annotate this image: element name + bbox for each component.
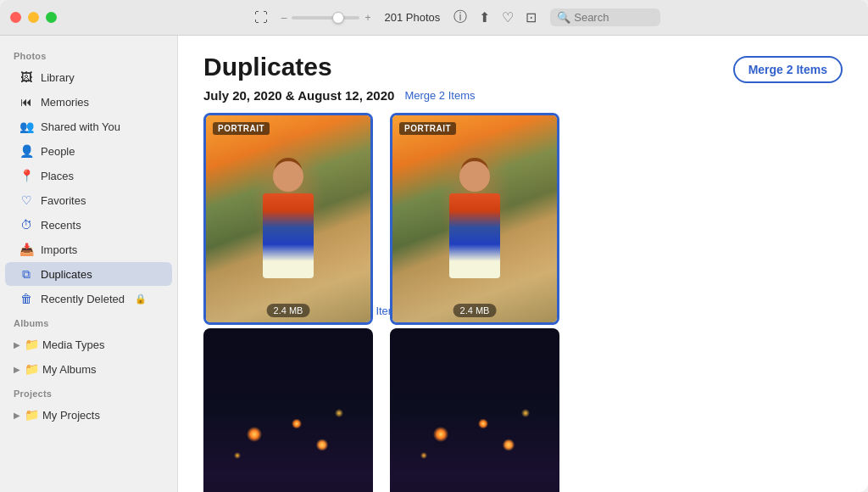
folder-icon: 📁 (24, 407, 39, 422)
chevron-right-icon: ▶ (14, 365, 20, 374)
sidebar-section-photos: Photos (0, 44, 177, 64)
duplicates-icon: ⧉ (19, 266, 34, 282)
group-date-1: July 20, 2020 & August 12, 2020 (203, 88, 394, 103)
sidebar-item-label: Library (41, 71, 75, 84)
info-icon[interactable]: ⓘ (453, 8, 467, 26)
zoom-slider[interactable]: – + (281, 12, 371, 24)
people-icon: 👤 (19, 143, 34, 159)
sidebar-item-label: Imports (41, 243, 77, 256)
photos-row-2 (203, 328, 843, 492)
search-icon: 🔍 (557, 11, 570, 24)
sidebar-item-label: People (41, 145, 75, 158)
main-layout: Photos 🖼 Library ⏮ Memories 👥 Shared wit… (0, 36, 868, 492)
folder-icon: 📁 (24, 337, 39, 352)
photo-size-1: 2.4 MB (267, 304, 310, 317)
photos-row-1: PORTRAIT 2.4 MB PORTRAIT 2.4 MB (203, 113, 843, 325)
sidebar-section-albums: Albums (0, 311, 177, 332)
search-input[interactable] (574, 11, 654, 24)
sidebar: Photos 🖼 Library ⏮ Memories 👥 Shared wit… (0, 36, 178, 492)
sidebar-item-media-types[interactable]: ▶ 📁 Media Types (5, 333, 172, 356)
sidebar-item-library[interactable]: 🖼 Library (5, 65, 172, 89)
lock-icon: 🔒 (135, 294, 147, 305)
imports-icon: 📥 (19, 242, 34, 257)
sidebar-item-recents[interactable]: ⏱ Recents (5, 213, 172, 237)
sidebar-item-label: Memories (41, 96, 89, 109)
merge-button-top[interactable]: Merge 2 Items (733, 56, 843, 83)
memories-icon: ⏮ (19, 94, 34, 109)
page-title: Duplicates (203, 53, 332, 81)
sidebar-item-duplicates[interactable]: ⧉ Duplicates (5, 262, 172, 286)
heart-icon[interactable]: ♡ (502, 9, 514, 25)
sidebar-item-label: Recents (41, 219, 81, 232)
title-bar-center: ⛶ – + 201 Photos ⓘ ⬆ ♡ ⊡ 🔍 (57, 8, 858, 26)
chevron-right-icon: ▶ (14, 340, 20, 349)
maximize-button[interactable] (46, 12, 57, 23)
sidebar-item-label: Recently Deleted (41, 293, 125, 305)
group-header-1: July 20, 2020 & August 12, 2020 Merge 2 … (203, 88, 843, 103)
sidebar-item-my-albums[interactable]: ▶ 📁 My Albums (5, 357, 172, 381)
photo-card-2[interactable]: PORTRAIT 2.4 MB (390, 113, 559, 325)
share-icon[interactable]: ⬆ (479, 9, 490, 25)
sidebar-item-label: My Projects (42, 409, 100, 422)
sidebar-item-label: Shared with You (41, 120, 120, 133)
sidebar-item-people[interactable]: 👤 People (5, 139, 172, 163)
sidebar-item-label: Places (41, 170, 74, 182)
merge-inline-1[interactable]: Merge 2 Items (404, 89, 475, 102)
sidebar-item-label: My Albums (42, 363, 97, 376)
window-controls (10, 12, 57, 23)
close-button[interactable] (10, 12, 21, 23)
sidebar-item-shared-with-you[interactable]: 👥 Shared with You (5, 115, 172, 138)
library-icon: 🖼 (19, 70, 34, 85)
shared-icon: 👥 (19, 119, 34, 134)
search-box[interactable]: 🔍 (550, 8, 660, 26)
photo-count: 201 Photos (384, 11, 440, 24)
photo-badge-1: PORTRAIT (213, 122, 270, 135)
toolbar-icons: ⓘ ⬆ ♡ ⊡ (453, 8, 537, 26)
sidebar-item-label: Duplicates (41, 268, 92, 281)
sidebar-item-memories[interactable]: ⏮ Memories (5, 90, 172, 114)
crop-icon[interactable]: ⊡ (526, 9, 537, 25)
minimize-button[interactable] (28, 12, 39, 23)
title-bar: ⛶ – + 201 Photos ⓘ ⬆ ♡ ⊡ 🔍 (0, 0, 868, 36)
favorites-icon: ♡ (19, 193, 34, 208)
sidebar-item-recently-deleted[interactable]: 🗑 Recently Deleted 🔒 (5, 287, 172, 310)
places-icon: 📍 (19, 168, 34, 183)
sidebar-item-my-projects[interactable]: ▶ 📁 My Projects (5, 403, 172, 427)
photo-card-3[interactable] (203, 328, 373, 492)
sidebar-item-label: Media Types (42, 338, 104, 351)
recents-icon: ⏱ (19, 217, 34, 232)
sidebar-item-label: Favorites (41, 194, 86, 207)
chevron-right-icon: ▶ (14, 411, 20, 420)
content-header: Duplicates Merge 2 Items (203, 53, 843, 83)
content-area: Duplicates Merge 2 Items July 20, 2020 &… (178, 36, 868, 492)
photo-size-2: 2.4 MB (453, 304, 497, 317)
photo-card-1[interactable]: PORTRAIT 2.4 MB (203, 113, 373, 325)
sidebar-item-favorites[interactable]: ♡ Favorites (5, 188, 172, 212)
folder-icon: 📁 (24, 361, 39, 377)
sidebar-section-projects: Projects (0, 382, 177, 402)
sidebar-item-imports[interactable]: 📥 Imports (5, 238, 172, 261)
present-icon[interactable]: ⛶ (254, 10, 268, 25)
sidebar-item-places[interactable]: 📍 Places (5, 164, 172, 187)
photo-card-4[interactable] (390, 328, 559, 492)
trash-icon: 🗑 (19, 291, 34, 306)
photo-badge-2: PORTRAIT (399, 122, 456, 135)
